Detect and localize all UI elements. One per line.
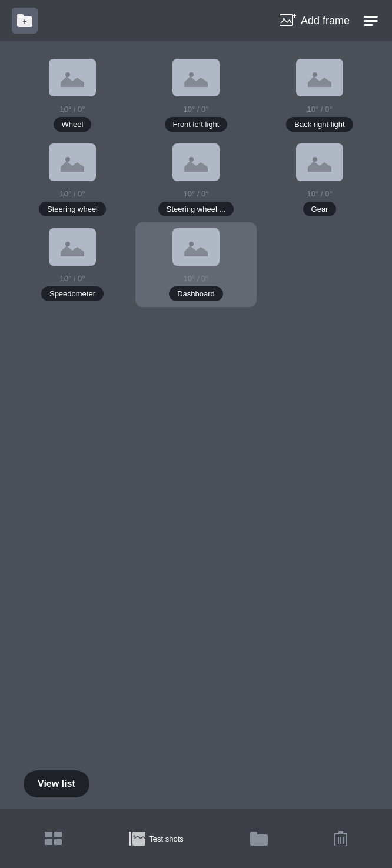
shot-label-8: Dashboard	[169, 286, 223, 301]
shot-item-7[interactable]: 10° / 0° Speedometer	[18, 228, 127, 301]
svg-point-22	[189, 242, 194, 246]
nav-test-shots-button[interactable]: Test shots	[129, 832, 184, 846]
shot-item-5[interactable]: 10° / 0° Steering wheel ...	[141, 143, 251, 216]
shot-angle-6: 10° / 0°	[307, 189, 333, 198]
shot-angle-4: 10° / 0°	[60, 189, 85, 198]
shot-label-6: Gear	[303, 202, 337, 216]
shot-label-4: Steering wheel	[39, 202, 106, 216]
svg-point-16	[189, 157, 194, 162]
svg-rect-24	[54, 832, 62, 837]
shot-thumbnail-1	[49, 59, 96, 96]
menu-line-2	[364, 20, 378, 22]
menu-button[interactable]	[361, 14, 380, 28]
shot-angle-3: 10° / 0°	[307, 105, 333, 113]
shot-thumbnail-7	[49, 228, 96, 266]
shot-angle-1: 10° / 0°	[60, 105, 85, 113]
svg-point-29	[133, 835, 135, 837]
trash-icon	[334, 831, 347, 846]
menu-line-3	[364, 24, 373, 26]
shot-thumbnail-8	[172, 228, 220, 266]
shot-thumbnail-2	[172, 59, 220, 96]
svg-rect-27	[129, 832, 131, 846]
svg-text:+: +	[293, 14, 296, 20]
shot-thumbnail-6	[296, 143, 343, 181]
shot-item-2[interactable]: 10° / 0° Front left light	[141, 59, 251, 132]
svg-point-14	[65, 157, 70, 162]
list-icon	[45, 832, 62, 846]
shot-label-7: Speedometer	[41, 286, 104, 301]
test-shots-label: Test shots	[149, 834, 184, 843]
shots-grid: 10° / 0° Wheel 10° / 0° Front left light	[18, 59, 374, 301]
svg-point-18	[313, 157, 317, 162]
svg-rect-26	[54, 839, 62, 845]
nav-folder-button[interactable]	[250, 832, 268, 846]
add-frame-label: Add frame	[301, 15, 350, 27]
shot-label-3: Back right light	[286, 117, 353, 132]
shot-angle-7: 10° / 0°	[60, 274, 85, 283]
menu-line-1	[364, 16, 378, 18]
shot-angle-2: 10° / 0°	[184, 105, 209, 113]
svg-rect-31	[250, 832, 257, 836]
header-right: + Add frame	[280, 14, 380, 28]
shot-label-5: Steering wheel ...	[158, 202, 234, 216]
shot-label-2: Front left light	[165, 117, 228, 132]
shot-item-8[interactable]: 10° / 0° Dashboard	[135, 222, 257, 307]
shot-thumbnail-3	[296, 59, 343, 96]
shot-item-6[interactable]: 10° / 0° Gear	[265, 143, 374, 216]
view-list-button[interactable]: View list	[24, 770, 89, 797]
shot-item-1[interactable]: 10° / 0° Wheel	[18, 59, 127, 132]
add-folder-button[interactable]: +	[12, 8, 38, 34]
film-icon	[129, 832, 145, 846]
svg-point-20	[65, 242, 70, 246]
shot-angle-8: 10° / 0°	[184, 274, 209, 283]
svg-point-10	[189, 72, 194, 77]
shot-item-3[interactable]: 10° / 0° Back right light	[265, 59, 374, 132]
header-left: +	[12, 8, 38, 34]
svg-point-12	[313, 72, 317, 77]
test-shots-inner: Test shots	[129, 832, 184, 846]
shot-thumbnail-4	[49, 143, 96, 181]
svg-text:+: +	[22, 18, 26, 26]
header: + + Add frame	[0, 0, 392, 41]
shot-angle-5: 10° / 0°	[184, 189, 209, 198]
nav-trash-button[interactable]	[334, 831, 347, 846]
bottom-nav: Test shots	[0, 809, 392, 868]
add-frame-button[interactable]: + Add frame	[280, 14, 350, 28]
nav-list-button[interactable]	[45, 832, 62, 846]
main-content: 10° / 0° Wheel 10° / 0° Front left light	[0, 41, 392, 809]
svg-rect-25	[45, 839, 52, 845]
svg-rect-3	[280, 15, 293, 25]
svg-rect-34	[338, 831, 343, 833]
shot-label-1: Wheel	[54, 117, 92, 132]
shot-thumbnail-5	[172, 143, 220, 181]
shot-item-4[interactable]: 10° / 0° Steering wheel	[18, 143, 127, 216]
svg-rect-23	[45, 832, 52, 837]
svg-point-8	[65, 72, 70, 77]
folder-icon	[250, 832, 268, 846]
